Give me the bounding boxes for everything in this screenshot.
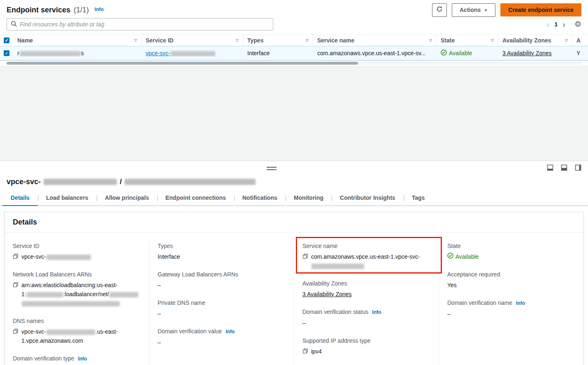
copy-icon[interactable] — [13, 253, 19, 259]
table-row[interactable]: ✓ rs vpce-svc- Interface com.amazonaws.v… — [0, 46, 588, 61]
tab-load-balancers[interactable]: Load balancers — [38, 191, 97, 206]
refresh-button[interactable] — [432, 3, 447, 17]
search-icon — [11, 21, 17, 28]
cell-service-name: com.amazonaws.vpce.us-east-1.vpce-sv... — [313, 50, 437, 56]
info-link[interactable]: Info — [372, 309, 381, 315]
field-state: State Available — [447, 242, 575, 261]
cell-types: Interface — [243, 50, 313, 56]
info-link[interactable]: Info — [225, 329, 235, 335]
resource-count: (1/1) — [74, 6, 89, 14]
caret-down-icon: ▼ — [484, 8, 488, 12]
split-drag-handle[interactable] — [267, 167, 277, 170]
details-column-1: Service ID vpce-svc- Network Load Balanc… — [5, 242, 149, 365]
panel-position-side-icon[interactable] — [575, 164, 581, 171]
tab-notifications[interactable]: Notifications — [234, 191, 286, 206]
column-header-name[interactable]: Name▽ — [13, 35, 142, 46]
field-gateway-lb-arns: Gateway Load Balancers ARNs – — [158, 270, 286, 290]
availability-zones-popover[interactable]: 3 Availability Zones — [502, 50, 552, 56]
cell-state: Available — [437, 49, 498, 57]
endpoint-services-table: ✓ Name▽ Service ID▽ Types▽ Service name▽… — [0, 35, 588, 66]
filter-triangle-icon[interactable]: ▽ — [306, 38, 309, 42]
search-input[interactable] — [20, 21, 269, 28]
redaction-block — [44, 179, 117, 185]
row-checkbox[interactable]: ✓ — [4, 50, 9, 56]
detail-panel: vpce-svc- / Details Load balancers Allow… — [0, 161, 588, 365]
copy-icon[interactable] — [13, 328, 19, 334]
copy-icon[interactable] — [302, 253, 308, 259]
column-header-state[interactable]: State▽ — [437, 35, 498, 46]
details-card-body: Service ID vpce-svc- Network Load Balanc… — [5, 233, 583, 365]
info-link[interactable]: Info — [516, 300, 525, 306]
column-header-service-name[interactable]: Service name▽ — [313, 35, 437, 46]
copy-icon[interactable] — [13, 282, 19, 288]
create-endpoint-service-button[interactable]: Create endpoint service — [500, 3, 581, 16]
tab-details[interactable]: Details — [2, 191, 38, 206]
page-header: Endpoint services (1/1) Info Actions▼ Cr… — [0, 0, 588, 17]
info-link[interactable]: Info — [78, 356, 87, 362]
prev-page-icon[interactable]: ‹ — [547, 21, 550, 28]
field-availability-zones: Availability Zones 3 Availability Zones — [302, 279, 430, 299]
column-header-acceptance[interactable]: A — [572, 35, 588, 46]
horizontal-scrollbar — [0, 61, 588, 66]
current-page[interactable]: 1 — [554, 21, 558, 28]
details-column-3: Service name com.amazonaws.vpce.us-east-… — [294, 242, 439, 365]
page-title: Endpoint services — [7, 6, 70, 14]
select-all-checkbox-cell: ✓ — [0, 35, 13, 46]
details-column-2: Types Interface Gateway Load Balancers A… — [149, 242, 294, 365]
redaction-block — [20, 51, 81, 56]
cell-acceptance: Y — [572, 50, 588, 56]
select-all-checkbox[interactable]: ✓ — [4, 37, 9, 43]
next-page-icon[interactable]: › — [562, 21, 565, 28]
filter-triangle-icon[interactable]: ▽ — [134, 38, 137, 42]
redaction-block — [46, 255, 91, 260]
tab-tags[interactable]: Tags — [404, 191, 433, 206]
redaction-block — [125, 179, 256, 185]
tab-monitoring[interactable]: Monitoring — [286, 191, 332, 206]
status-available: Available — [441, 49, 472, 57]
row-checkbox-cell: ✓ — [0, 50, 13, 56]
redaction-block — [311, 264, 364, 269]
check-circle-icon — [447, 252, 453, 261]
details-column-4: State Available Acceptance required Yes — [439, 242, 583, 365]
details-card: Details Service ID vpce-svc- Network Loa… — [4, 212, 584, 365]
column-header-availability-zones[interactable]: Availability Zones▽ — [498, 35, 572, 46]
filter-row: ‹ 1 › ⚙ — [0, 17, 588, 35]
redaction-block — [46, 330, 95, 335]
table-header-row: ✓ Name▽ Service ID▽ Types▽ Service name▽… — [0, 35, 588, 46]
copy-icon[interactable] — [302, 348, 308, 354]
detail-tabs: Details Load balancers Allow principals … — [0, 191, 588, 206]
header-actions: Actions▼ Create endpoint service — [432, 3, 581, 17]
empty-background — [0, 66, 588, 161]
filter-triangle-icon[interactable]: ▽ — [491, 38, 494, 42]
field-supported-ip-type: Supported IP address type ipv4 — [302, 337, 430, 356]
filter-triangle-icon[interactable]: ▽ — [565, 38, 568, 42]
availability-zones-popover[interactable]: 3 Availability Zones — [302, 290, 352, 299]
service-id-link[interactable]: vpce-svc- — [146, 50, 216, 56]
panel-position-split-icon[interactable] — [561, 164, 567, 171]
info-link[interactable]: Info — [95, 7, 104, 12]
field-private-dns-name: Private DNS name – — [158, 299, 286, 318]
actions-button[interactable]: Actions▼ — [452, 3, 495, 17]
tab-allow-principals[interactable]: Allow principals — [97, 191, 157, 206]
field-domain-verification-name: Domain verification nameInfo – — [447, 299, 575, 318]
panel-layout-icons — [547, 164, 581, 171]
filter-triangle-icon[interactable]: ▽ — [429, 38, 432, 42]
field-dns-names: DNS names vpce-svc-.us-east- 1.vpce.amaz… — [13, 317, 141, 345]
column-header-service-id[interactable]: Service ID▽ — [142, 35, 243, 46]
field-service-id: Service ID vpce-svc- — [13, 242, 141, 261]
filter-triangle-icon[interactable]: ▽ — [236, 38, 239, 42]
details-card-title: Details — [5, 212, 583, 233]
title-group: Endpoint services (1/1) Info — [7, 6, 104, 14]
panel-position-bottom-icon[interactable] — [547, 164, 553, 171]
tab-contributor-insights[interactable]: Contributor Insights — [332, 191, 404, 206]
status-available: Available — [447, 252, 479, 261]
settings-gear-icon[interactable]: ⚙ — [574, 21, 581, 28]
redaction-block — [27, 292, 63, 297]
column-header-types[interactable]: Types▽ — [243, 35, 313, 46]
search-box[interactable] — [7, 18, 273, 30]
field-nlb-arns: Network Load Balancers ARNs arn:aws:elas… — [13, 270, 141, 308]
field-service-name: Service name com.amazonaws.vpce.us-east-… — [302, 242, 430, 270]
field-types: Types Interface — [158, 242, 286, 261]
scrollbar-thumb[interactable] — [7, 62, 358, 65]
tab-endpoint-connections[interactable]: Endpoint connections — [157, 191, 234, 206]
